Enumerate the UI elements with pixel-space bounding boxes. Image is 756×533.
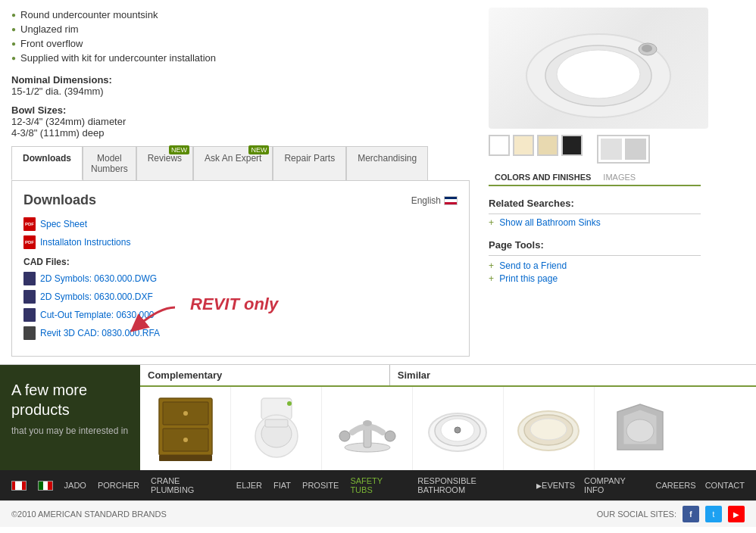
twitter-icon[interactable]: t xyxy=(705,506,722,522)
downloads-panel: Downloads English Spec Sheet Installaton… xyxy=(11,180,470,357)
footer-events[interactable]: EVENTS xyxy=(542,481,575,490)
bowl-sizes-label: Bowl Sizes: xyxy=(11,104,66,116)
svg-rect-14 xyxy=(265,419,288,427)
faucet-svg xyxy=(337,402,398,455)
facebook-icon[interactable]: f xyxy=(683,506,699,522)
footer-bar: JADO PORCHER CRANE PLUMBING ELJER FIAT P… xyxy=(0,470,756,500)
promo-subtitle: that you may be interested in xyxy=(11,425,129,436)
bowl-diameter: 12-3/4" (324mm) diameter xyxy=(11,116,126,127)
footer-responsible-bathroom[interactable]: RESPONSIBLE BATHROOM xyxy=(417,476,525,494)
spec-sheet-link[interactable]: Spec Sheet xyxy=(23,217,458,231)
svg-point-15 xyxy=(287,401,292,406)
spec-sheet-anchor[interactable]: Spec Sheet xyxy=(40,219,87,229)
bowl-sizes-section: Bowl Sizes: 12-3/4" (324mm) diameter 4-3… xyxy=(11,104,470,139)
swatch-white[interactable] xyxy=(489,135,510,156)
tab-colors-finishes[interactable]: COLORS AND FINISHES xyxy=(489,170,597,185)
product-faucet[interactable] xyxy=(322,387,413,470)
footer-contact[interactable]: CONTACT xyxy=(705,481,745,490)
swatch-bone[interactable] xyxy=(513,135,534,156)
footer-porcher[interactable]: PORCHER xyxy=(98,481,139,490)
dwg-icon xyxy=(23,272,36,285)
dwg-anchor[interactable]: 2D Symbols: 0630.000.DWG xyxy=(40,273,157,284)
tab-downloads[interactable]: Downloads xyxy=(11,146,83,180)
page-tools-title: Page Tools: xyxy=(489,239,701,251)
send-to-friend-link[interactable]: + Send to a Friend xyxy=(489,260,701,271)
footer-careers[interactable]: CAREERS xyxy=(655,481,695,490)
footer-right-links: EVENTS COMPANY INFO CAREERS CONTACT xyxy=(542,476,745,494)
footer-safety-tubs[interactable]: SAFETY TUBS xyxy=(350,476,406,494)
tab-images[interactable]: IMAGES xyxy=(597,170,642,185)
tab-reviews-label: Reviews xyxy=(148,153,182,164)
image-swatches-group xyxy=(597,135,650,164)
svg-point-20 xyxy=(363,420,372,426)
dxf-icon xyxy=(23,290,36,304)
downloads-title: Downloads xyxy=(23,192,96,208)
flag-mexico-icon xyxy=(38,481,53,491)
footer-eljer[interactable]: ELJER xyxy=(236,481,262,490)
svg-point-8 xyxy=(183,411,188,416)
footer-more-icon: ▸ xyxy=(536,479,542,491)
bowl-depth: 4-3/8" (111mm) deep xyxy=(11,127,104,139)
dimensions-section: Nominal Dimensions: 15-1/2" dia. (394mm) xyxy=(11,74,470,97)
products-grid: Complementary Similar xyxy=(140,365,756,470)
cabinet-svg xyxy=(155,394,216,463)
tab-ask-expert[interactable]: NEW Ask An Expert xyxy=(193,146,273,180)
svg-point-9 xyxy=(183,438,188,442)
corner-sink-svg xyxy=(610,401,670,457)
dxf-link[interactable]: 2D Symbols: 0630.000.DXF xyxy=(23,290,160,304)
image-thumb-1[interactable] xyxy=(601,139,622,160)
product-items-row xyxy=(140,387,756,470)
language-selector[interactable]: English xyxy=(411,195,458,206)
footer-links: JADO PORCHER CRANE PLUMBING ELJER FIAT P… xyxy=(11,476,542,494)
svg-point-27 xyxy=(530,419,567,440)
rfa-icon xyxy=(23,326,36,340)
install-instructions-link[interactable]: Installaton Instructions xyxy=(23,235,458,249)
page-tools: Page Tools: + Send to a Friend + Print t… xyxy=(489,239,701,284)
sink-svg xyxy=(515,15,682,121)
left-content: Round undercounter mountsink Unglazed ri… xyxy=(0,0,481,364)
svg-point-2 xyxy=(557,50,640,98)
footer-company-info[interactable]: COMPANY INFO xyxy=(584,476,646,494)
tab-merchandising[interactable]: Merchandising xyxy=(346,146,428,180)
dwg-link[interactable]: 2D Symbols: 0630.000.DWG xyxy=(23,272,160,285)
revit-label: REVIT only xyxy=(190,295,278,313)
products-section: A few more products that you may be inte… xyxy=(0,364,756,470)
social-icons: OUR SOCIAL SITES: f t ▶ xyxy=(597,506,745,522)
swatch-black[interactable] xyxy=(561,135,583,156)
related-divider xyxy=(489,214,701,214)
dxf-anchor[interactable]: 2D Symbols: 0630.000.DXF xyxy=(40,291,153,302)
print-page-link[interactable]: + Print this page xyxy=(489,273,701,284)
tab-repair-parts-label: Repair Parts xyxy=(284,153,335,164)
related-link-sinks[interactable]: + Show all Bathroom Sinks xyxy=(489,217,701,228)
product-toilet[interactable] xyxy=(231,387,322,470)
install-instructions-anchor[interactable]: Installaton Instructions xyxy=(40,237,130,248)
youtube-icon[interactable]: ▶ xyxy=(728,506,745,522)
tab-model-label: ModelNumbers xyxy=(91,153,128,174)
footer-crane[interactable]: CRANE PLUMBING xyxy=(151,476,225,494)
image-thumb-2[interactable] xyxy=(625,139,646,160)
svg-point-24 xyxy=(455,427,461,433)
dimensions-value: 15-1/2" dia. (394mm) xyxy=(11,86,104,97)
promo-box: A few more products that you may be inte… xyxy=(0,365,140,470)
round-sink-svg xyxy=(426,402,490,455)
tab-reviews[interactable]: NEW Reviews xyxy=(136,146,193,180)
footer-prosite[interactable]: PROSITE xyxy=(302,481,339,490)
main-container: Round undercounter mountsink Unglazed ri… xyxy=(0,0,756,364)
svg-rect-10 xyxy=(159,455,212,461)
feature-item: Supplied with kit for undercounter insta… xyxy=(11,51,470,65)
related-title: Related Searches: xyxy=(489,198,701,209)
footer-jado[interactable]: JADO xyxy=(64,481,86,490)
product-round-sink[interactable] xyxy=(413,387,504,470)
product-corner-sink[interactable] xyxy=(595,387,686,470)
tab-model-numbers[interactable]: ModelNumbers xyxy=(83,146,136,180)
tab-downloads-label: Downloads xyxy=(23,153,71,164)
expert-new-badge: NEW xyxy=(248,145,269,154)
tab-repair-parts[interactable]: Repair Parts xyxy=(273,146,346,180)
color-images-tabs: COLORS AND FINISHES IMAGES xyxy=(489,170,701,186)
product-oval-sink[interactable] xyxy=(504,387,595,470)
swatch-linen[interactable] xyxy=(537,135,558,156)
copyright-text: ©2010 AMERICAN STANDARD BRANDS xyxy=(11,510,167,519)
footer-fiat[interactable]: FIAT xyxy=(273,481,291,490)
plus-icon: + xyxy=(489,217,494,228)
product-cabinet[interactable] xyxy=(140,387,231,470)
